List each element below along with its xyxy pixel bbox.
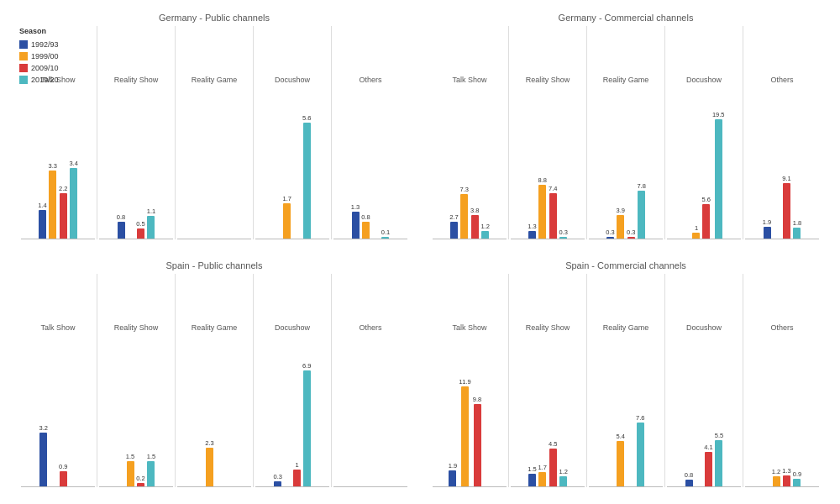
bar-label: 3.9 <box>617 207 625 214</box>
bar-wrap: 1.7 <box>283 195 291 239</box>
bar-wrap: 1.9 <box>449 462 457 486</box>
legend-item: 2009/10 <box>19 62 59 74</box>
bars-group-1: 0.80.51.1 <box>117 87 155 239</box>
bar-wrap: 7.3 <box>460 186 469 239</box>
chart-title-de-public: Germany - Public channels <box>21 13 407 23</box>
bar-wrap: 2.7 <box>449 213 458 239</box>
baseline <box>433 239 507 239</box>
legend-color-box <box>19 76 28 84</box>
bar-wrap: 0.2 <box>136 475 144 486</box>
bar <box>471 215 479 239</box>
bar-label: 0.9 <box>59 463 67 470</box>
bar <box>705 452 712 486</box>
bar-label: 1 <box>295 461 298 469</box>
category-1: Reality Show1.38.87.40.3 <box>511 87 585 239</box>
bars-group-1: 1.50.21.5 <box>117 335 155 486</box>
bar <box>549 193 557 239</box>
bar-label: 2.2 <box>59 185 67 192</box>
bar <box>793 228 801 239</box>
bar-wrap: 2.3 <box>205 439 213 486</box>
bar <box>617 441 624 486</box>
bar-wrap: 1.5 <box>147 453 155 486</box>
category-0: Talk Show1.43.32.23.4 <box>21 87 95 239</box>
bars-group-4: 1.21.30.9 <box>763 335 801 486</box>
bars-group-4: 1.99.11.8 <box>763 87 801 239</box>
bars-group-0: 1.43.32.23.4 <box>38 87 78 239</box>
bars-group-2: 0.33.90.37.8 <box>606 87 646 239</box>
bar-wrap: 1.1 <box>147 207 155 239</box>
bar-wrap: 5.5 <box>715 432 723 486</box>
baseline <box>255 486 329 487</box>
baseline <box>511 239 585 239</box>
category-label-1: Reality Show <box>511 76 585 84</box>
bar-label: 1 <box>695 224 698 232</box>
baseline <box>745 239 819 239</box>
bar <box>715 119 722 239</box>
category-label-3: Docushow <box>255 323 329 332</box>
bar-label: 1.3 <box>782 467 790 475</box>
category-divider <box>664 26 665 239</box>
chart-panel-de-commercial: Germany - Commercial channelsTalk Show2.… <box>424 8 827 248</box>
bar <box>460 194 468 239</box>
baseline <box>99 486 173 487</box>
bars-group-0: 3.20.9 <box>39 335 77 486</box>
bar-label: 11.9 <box>459 378 471 386</box>
bar <box>147 461 155 486</box>
category-label-4: Others <box>333 323 407 332</box>
page: Germany - Public channelsTalk Show1.43.3… <box>0 0 840 504</box>
bar-wrap: 1.3 <box>351 203 360 239</box>
category-divider <box>508 26 509 239</box>
bar-label: 3.4 <box>69 160 77 167</box>
category-4: Others1.21.30.9 <box>745 335 819 487</box>
baseline <box>745 486 819 487</box>
category-4: Others <box>333 335 407 487</box>
bar <box>127 461 134 486</box>
bar-wrap: 0.3 <box>606 228 614 239</box>
bar-label: 7.8 <box>637 182 645 190</box>
bar-label: 0.1 <box>381 228 390 236</box>
bars-group-2: 5.47.6 <box>607 335 645 486</box>
bar-label: 0.2 <box>136 475 144 482</box>
category-label-2: Reality Game <box>177 76 251 84</box>
bar-label: 1.7 <box>283 195 291 202</box>
category-3: Docushow0.84.15.5 <box>667 335 741 487</box>
bar <box>70 168 77 239</box>
bar <box>461 386 469 486</box>
bar-wrap: 7.6 <box>636 414 644 486</box>
bar <box>538 185 546 239</box>
category-divider <box>97 26 97 239</box>
bars-group-4 <box>353 335 388 486</box>
bar <box>303 123 311 239</box>
bar-wrap: 0.3 <box>274 473 282 486</box>
charts-grid: Germany - Public channelsTalk Show1.43.3… <box>13 8 827 496</box>
bar-label: 1.3 <box>528 223 536 230</box>
bar-wrap: 0.3 <box>559 228 567 239</box>
category-2: Reality Game0.33.90.37.8 <box>589 87 663 239</box>
bars-group-1: 1.51.74.51.2 <box>528 335 568 486</box>
category-2: Reality Game <box>177 87 251 239</box>
bar-wrap: 6.9 <box>302 362 311 486</box>
bar-wrap: 1.3 <box>528 223 536 239</box>
bar-label: 1.5 <box>528 465 536 473</box>
bar <box>137 228 144 239</box>
bar <box>118 222 125 239</box>
bar <box>49 171 56 239</box>
bar <box>283 203 291 239</box>
category-divider <box>743 274 743 487</box>
category-divider <box>586 274 587 487</box>
chart-title-de-commercial: Germany - Commercial channels <box>433 13 819 23</box>
category-1: Reality Show1.50.21.5 <box>99 335 173 487</box>
bar-wrap: 1.8 <box>793 219 801 239</box>
bar <box>773 476 780 486</box>
bar-wrap: 0.9 <box>793 470 801 486</box>
baseline <box>589 486 663 487</box>
bar-label: 1.2 <box>480 223 489 230</box>
bar <box>206 448 213 486</box>
bar-label: 5.6 <box>302 114 311 122</box>
bar-label: 4.5 <box>549 440 557 448</box>
category-0: Talk Show2.77.33.81.2 <box>433 87 507 239</box>
bar-wrap: 0.1 <box>381 228 390 239</box>
bar-label: 19.5 <box>712 111 725 118</box>
bar <box>450 222 458 239</box>
bars-group-0: 2.77.33.81.2 <box>449 87 490 239</box>
